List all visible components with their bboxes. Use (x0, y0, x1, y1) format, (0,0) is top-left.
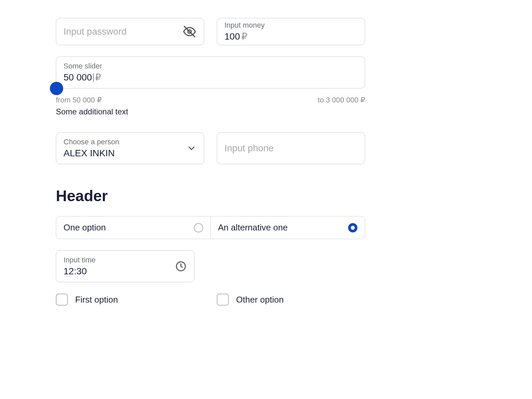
checkbox-unchecked-icon (217, 294, 229, 306)
person-label: Choose a person (64, 137, 197, 147)
radio-label: One option (64, 222, 106, 233)
section-header: Header (56, 187, 365, 205)
radio-checked-icon (348, 223, 357, 232)
slider-field[interactable]: Some slider 50 000 ₽ (56, 57, 365, 88)
ruble-icon: ₽ (95, 71, 101, 83)
slider-to: to 3 000 000 ₽ (318, 96, 365, 104)
slider-hint: Some additional text (56, 107, 365, 116)
money-label: Input money (224, 21, 357, 30)
password-placeholder: Input password (64, 26, 197, 38)
password-field[interactable]: Input password (56, 18, 204, 45)
slider-field-wrap: Some slider 50 000 ₽ (56, 57, 365, 88)
radio-unchecked-icon (194, 223, 203, 232)
time-field[interactable]: Input time 12:30 (56, 250, 195, 282)
chevron-down-icon[interactable] (187, 143, 197, 153)
checkbox-other[interactable]: Other option (217, 294, 365, 306)
time-label: Input time (64, 255, 187, 265)
checkbox-label: First option (75, 295, 118, 305)
radio-label: An alternative one (218, 222, 288, 233)
person-select[interactable]: Choose a person ALEX INKIN (56, 132, 204, 164)
slider-thumb[interactable] (50, 82, 63, 95)
radio-group: One option An alternative one (56, 216, 365, 239)
slider-range: from 50 000 ₽ to 3 000 000 ₽ (56, 96, 365, 104)
text-cursor (93, 73, 94, 82)
checkbox-row: First option Other option (56, 294, 365, 306)
radio-option-one[interactable]: One option (56, 216, 210, 239)
slider-from: from 50 000 ₽ (56, 96, 102, 104)
slider-value: 50 000 ₽ (64, 71, 357, 83)
checkbox-label: Other option (236, 295, 284, 305)
money-field[interactable]: Input money 100 ₽ (217, 18, 365, 45)
phone-placeholder: Input phone (224, 142, 357, 154)
checkbox-unchecked-icon (56, 294, 68, 306)
money-value: 100 ₽ (224, 31, 357, 43)
radio-option-alternative[interactable]: An alternative one (210, 216, 365, 239)
time-value: 12:30 (64, 265, 187, 277)
checkbox-first[interactable]: First option (56, 294, 204, 306)
eye-off-icon[interactable] (183, 25, 197, 39)
slider-label: Some slider (64, 62, 357, 71)
ruble-icon: ₽ (241, 31, 247, 43)
phone-field[interactable]: Input phone (217, 132, 365, 164)
person-value: ALEX INKIN (64, 147, 197, 159)
clock-icon[interactable] (175, 260, 187, 272)
